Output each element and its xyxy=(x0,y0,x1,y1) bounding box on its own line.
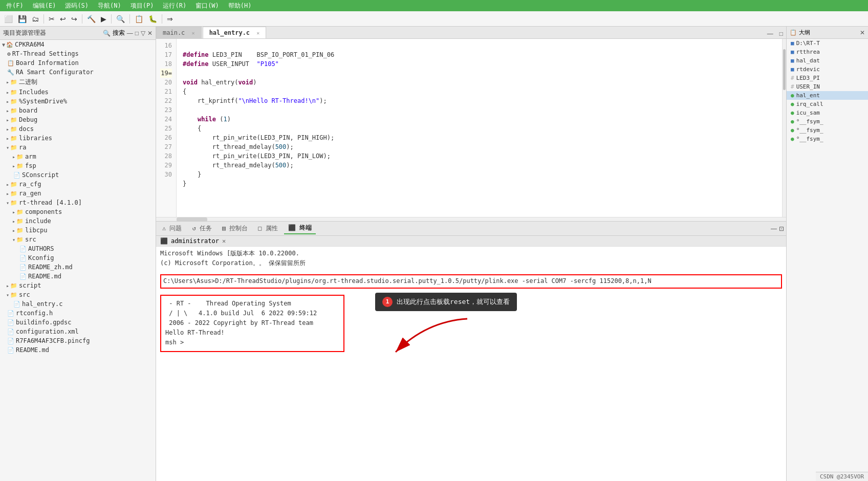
sidebar-item-24[interactable]: 📄 README.md xyxy=(0,272,156,281)
tab-main-c-close[interactable]: ✕ xyxy=(192,30,195,36)
outline-item-8[interactable]: ●icu_sam xyxy=(787,108,868,117)
sidebar-item-18[interactable]: ▸📁 include xyxy=(0,216,156,226)
toolbar-layers[interactable]: 📋 xyxy=(133,14,145,24)
bottom-tab-tasks[interactable]: ↺ 任务 xyxy=(188,223,215,234)
menu-item-file[interactable]: 件(F) xyxy=(2,1,28,11)
toolbar-magnify[interactable]: 🔍 xyxy=(114,14,127,24)
sidebar-item-11[interactable]: ▸📁 arm xyxy=(0,152,156,161)
sidebar-item-0[interactable]: ⚙ RT-Thread Settings xyxy=(0,49,156,58)
sidebar-item-32[interactable]: 📄 README.md xyxy=(0,345,156,355)
sidebar-item-30[interactable]: 📄 configuration.xml xyxy=(0,327,156,336)
sidebar-item-1[interactable]: 📋 Board Information xyxy=(0,58,156,68)
bottom-tab-properties[interactable]: □ 属性 xyxy=(254,223,281,234)
toolbar-debug[interactable]: 🐛 xyxy=(146,14,159,24)
outline-collapse-btn[interactable]: ✕ xyxy=(860,29,865,36)
toolbar-new[interactable]: ⬜ xyxy=(2,14,15,24)
sidebar-item-22[interactable]: 📄 Kconfig xyxy=(0,253,156,263)
outline-item-9[interactable]: ●°__fsym_ xyxy=(787,117,868,126)
outline-item-5[interactable]: #USER_IN xyxy=(787,82,868,91)
bottom-tab-terminal[interactable]: ⬛ 终端 xyxy=(284,223,316,234)
sidebar-items: ⚙ RT-Thread Settings 📋 Board Information… xyxy=(0,49,156,355)
sidebar-item-14[interactable]: ▸📁 ra_cfg xyxy=(0,180,156,189)
menu-item-run[interactable]: 运行(R) xyxy=(159,1,190,11)
outline-item-3[interactable]: ■rtdevic xyxy=(787,65,868,74)
sidebar-item-16[interactable]: ▾📁 rt-thread [4.1.0] xyxy=(0,198,156,207)
toolbar-save[interactable]: 💾 xyxy=(16,14,29,24)
menu-item-help[interactable]: 帮助(H) xyxy=(224,1,256,11)
editor-horizontal-scroll[interactable] xyxy=(156,217,786,221)
sidebar-item-10[interactable]: ▾📁 ra xyxy=(0,143,156,152)
editor-minimize-btn[interactable]: — xyxy=(764,29,776,38)
toolbar-save-all[interactable]: 🗂 xyxy=(30,14,41,24)
menu-item-edit[interactable]: 编辑(E) xyxy=(29,1,60,11)
tab-hal-entry-c-close[interactable]: ✕ xyxy=(256,30,259,36)
sidebar-header: 项目资源管理器 🔍 搜索 — □ ▽ ✕ xyxy=(0,27,156,40)
tab-hal-entry-c[interactable]: hal_entry.c ✕ xyxy=(203,27,267,38)
sidebar-item-6[interactable]: ▸📁 board xyxy=(0,106,156,115)
menu-item-project[interactable]: 项目(P) xyxy=(126,1,158,11)
outline-item-11[interactable]: ●°__fsym_ xyxy=(787,135,868,143)
sidebar-item-3[interactable]: ▸📁 二进制 xyxy=(0,77,156,88)
outline-item-0[interactable]: ■D:\RT-T xyxy=(787,39,868,48)
sidebar-item-29[interactable]: 📄 buildinfo.gpdsc xyxy=(0,318,156,327)
sidebar-item-12[interactable]: ▸📁 fsp xyxy=(0,161,156,170)
bottom-panel-maximize-btn[interactable]: ⊡ xyxy=(779,225,784,232)
sidebar-collapse-btn[interactable]: — xyxy=(127,30,133,37)
sidebar-expand-btn[interactable]: □ xyxy=(135,30,139,37)
sidebar-item-31[interactable]: 📄 R7FA6M4AF3CFB.pincfg xyxy=(0,336,156,345)
editor-content[interactable]: 16171819= 2021222324 252627282930 #defin… xyxy=(156,39,786,217)
menu-item-nav[interactable]: 导航(N) xyxy=(94,1,125,11)
editor-scrollbar[interactable] xyxy=(782,39,786,217)
outline-item-6[interactable]: ●hal_ent xyxy=(787,91,868,100)
menu-item-window[interactable]: 窗口(W) xyxy=(191,1,223,11)
toolbar-run[interactable]: ▶ xyxy=(99,14,108,24)
toolbar-build[interactable]: 🔨 xyxy=(85,14,98,24)
sidebar-root[interactable]: ▼ 🏠 CPKRA6M4 xyxy=(0,40,156,49)
editor-maximize-btn[interactable]: □ xyxy=(776,29,786,38)
bottom-panel-minimize-btn[interactable]: — xyxy=(771,225,777,232)
sidebar-item-5[interactable]: ▸📁 %SystemDrive% xyxy=(0,97,156,106)
sidebar-item-21[interactable]: 📄 AUTHORS xyxy=(0,244,156,253)
annotation-text: 出现此行点击板载reset，就可以查看 xyxy=(397,297,510,307)
terminal-content[interactable]: Microsoft Windows [版版本本 10.0.22000. (c) … xyxy=(156,247,786,481)
sidebar-item-20[interactable]: ▾📁 src xyxy=(0,235,156,244)
sidebar-item-7[interactable]: ▸📁 Debug xyxy=(0,115,156,124)
outline-item-4[interactable]: #LED3_PI xyxy=(787,74,868,82)
bottom-tab-console[interactable]: ▤ 控制台 xyxy=(218,223,252,234)
outline-item-2[interactable]: ■hal_dat xyxy=(787,56,868,65)
sidebar-item-19[interactable]: ▸📁 libcpu xyxy=(0,226,156,235)
terminal-close[interactable]: ✕ xyxy=(222,237,226,245)
sidebar-item-15[interactable]: ▸📁 ra_gen xyxy=(0,189,156,198)
tab-main-c[interactable]: main.c ✕ xyxy=(156,27,202,38)
sidebar-item-28[interactable]: 📄 rtconfig.h xyxy=(0,309,156,318)
sidebar-item-26[interactable]: ▾📁 src xyxy=(0,290,156,299)
bottom-tab-problem[interactable]: ⚠ 问题 xyxy=(158,223,186,234)
outline-title: 大纲 xyxy=(799,29,810,36)
sidebar-item-9[interactable]: ▸📁 libraries xyxy=(0,134,156,143)
sidebar-item-17[interactable]: ▸📁 components xyxy=(0,207,156,216)
toolbar-arrow2[interactable]: ↪ xyxy=(69,14,79,24)
menu-item-source[interactable]: 源码(S) xyxy=(61,1,93,11)
sidebar-item-8[interactable]: ▸📁 docs xyxy=(0,124,156,134)
sidebar-item-25[interactable]: ▸📁 script xyxy=(0,281,156,290)
sidebar-item-27[interactable]: 📄 hal_entry.c xyxy=(0,299,156,309)
toolbar-arrow[interactable]: ↩ xyxy=(58,14,68,24)
sidebar-close-btn[interactable]: ✕ xyxy=(147,30,153,37)
sidebar-item-13[interactable]: 📄 SConscript xyxy=(0,170,156,180)
sidebar-item-23[interactable]: 📄 README_zh.md xyxy=(0,263,156,272)
toolbar-forward[interactable]: ⇒ xyxy=(165,14,175,24)
outline-item-1[interactable]: ■rtthrea xyxy=(787,48,868,56)
sidebar-menu-btn[interactable]: ▽ xyxy=(141,30,145,37)
editor-area: main.c ✕ hal_entry.c ✕ — □ 16171819= 202… xyxy=(156,27,786,221)
toolbar-scissors[interactable]: ✂ xyxy=(47,14,57,24)
sidebar-search-icon[interactable]: 🔍 xyxy=(103,30,111,37)
icon-8: 📁 xyxy=(10,126,17,133)
label-9: libraries xyxy=(19,135,52,142)
outline-item-10[interactable]: ●°__fsym_ xyxy=(787,126,868,135)
sidebar-item-4[interactable]: ▸📁 Includes xyxy=(0,88,156,97)
outline-label-1: rtthrea xyxy=(796,49,820,55)
outline-item-7[interactable]: ●irq_call xyxy=(787,100,868,108)
icon-18: 📁 xyxy=(16,218,24,225)
sidebar-item-2[interactable]: 🔧 RA Smart Configurator xyxy=(0,68,156,77)
icon-10: 📁 xyxy=(10,144,17,151)
